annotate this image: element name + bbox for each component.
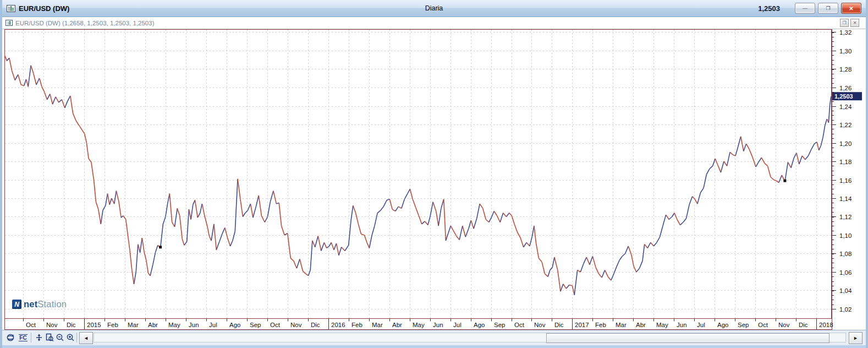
time-axis-label: May xyxy=(656,322,668,328)
time-axis-label: Feb xyxy=(107,322,118,328)
price-axis-label: 1,04 xyxy=(839,287,852,294)
zoom-out-button[interactable] xyxy=(54,332,65,343)
price-axis-label: 1,28 xyxy=(839,66,851,73)
time-axis-label: Feb xyxy=(351,322,362,328)
time-axis-label: May xyxy=(168,322,180,328)
plot-frame xyxy=(5,30,832,319)
price-axis-label: 1,10 xyxy=(839,232,851,239)
time-axis-label: Abr xyxy=(392,322,402,328)
time-axis-label: Mar xyxy=(616,322,627,328)
price-chart[interactable]: OctNovDic2015FebMarAbrMayJunJulAgoSepOct… xyxy=(4,29,864,330)
scroll-right-icon: ► xyxy=(853,335,858,341)
chart-restore-button[interactable]: ❐ xyxy=(840,19,849,27)
last-price-tag: 1,2503 xyxy=(832,92,862,100)
logo-station-text: Station xyxy=(37,299,67,309)
price-axis-label: 1,30 xyxy=(839,48,851,55)
period-label: Diaria xyxy=(2,0,866,17)
price-axis-label: 1,20 xyxy=(839,140,851,147)
restore-button[interactable]: ❐ xyxy=(818,3,838,14)
restore-icon: ❐ xyxy=(826,6,830,11)
time-axis-label: Dic xyxy=(311,322,320,328)
minimize-icon: — xyxy=(803,6,807,11)
zoom-page-button[interactable] xyxy=(44,332,55,343)
fit-vertical-icon xyxy=(35,333,43,342)
time-axis-label: Abr xyxy=(636,322,646,328)
price-axis-label: 1,08 xyxy=(839,251,851,257)
time-axis-label: Abr xyxy=(148,322,158,328)
zoom-out-icon xyxy=(56,333,64,342)
time-axis-label: Jul xyxy=(453,322,462,328)
time-axis-label: Sep xyxy=(494,322,505,328)
bottom-toolbar: FC xyxy=(2,330,866,345)
window-bottom-border xyxy=(2,345,866,348)
price-axis-label: 1,12 xyxy=(839,214,851,220)
time-axis-label: Oct xyxy=(514,322,525,328)
price-axis-label: 1,18 xyxy=(839,159,851,165)
fc-icon: FC xyxy=(19,334,27,341)
price-axis-label: 1,16 xyxy=(839,177,851,184)
chart-close-icon: ✕ xyxy=(853,20,857,25)
fit-vertical-scale-button[interactable] xyxy=(34,332,45,343)
close-button[interactable]: ✕ xyxy=(841,3,861,14)
order-marker xyxy=(159,246,162,248)
time-axis-label: Oct xyxy=(270,322,281,328)
time-axis-label: Feb xyxy=(595,322,606,328)
netstation-window: EUR/USD (DW) Diaria 1,2503 — ❐ ✕ EUR/USD… xyxy=(0,0,868,348)
window-title: EUR/USD (DW) xyxy=(19,4,69,13)
time-axis-label: 2016 xyxy=(331,322,345,328)
netstation-badge-icon: N xyxy=(12,300,21,309)
toolbar-separator xyxy=(76,333,77,342)
time-axis-label: Oct xyxy=(758,322,768,328)
time-axis-label: Dic xyxy=(554,322,564,328)
time-axis-label: Sep xyxy=(250,322,261,328)
time-axis-label: Ago xyxy=(229,322,240,328)
price-axis: 1,321,301,281,261,241,221,201,181,161,14… xyxy=(832,29,852,313)
chart-scrollbar-track[interactable] xyxy=(94,333,846,342)
price-axis-label: 1,32 xyxy=(839,29,851,36)
chart-scrollbar-thumb[interactable] xyxy=(546,333,829,343)
scroll-left-button[interactable]: ◄ xyxy=(79,332,93,344)
order-marker xyxy=(783,180,786,182)
svg-text:1,2503: 1,2503 xyxy=(834,93,853,100)
time-axis-label: Nov xyxy=(778,322,790,328)
time-axis-label: Dic xyxy=(67,322,76,328)
time-axis-label: Nov xyxy=(46,322,58,328)
price-axis-label: 1,26 xyxy=(839,85,851,91)
connection-refresh-button[interactable] xyxy=(5,332,16,343)
price-axis-label: 1,24 xyxy=(839,104,852,110)
chart-restore-icon: ❐ xyxy=(842,20,846,25)
zoom-in-button[interactable] xyxy=(65,332,76,343)
price-axis-label: 1,14 xyxy=(839,195,852,202)
window-titlebar: EUR/USD (DW) Diaria 1,2503 — ❐ ✕ xyxy=(2,0,866,17)
time-axis-label: Oct xyxy=(26,322,36,328)
price-axis-label: 1,02 xyxy=(839,306,851,313)
time-axis-label: Nov xyxy=(290,322,302,328)
time-axis-label: Jul xyxy=(209,322,217,328)
close-icon: ✕ xyxy=(849,6,853,12)
time-axis-label: Ago xyxy=(474,322,485,328)
logo-net-text: net xyxy=(24,299,37,309)
time-axis-label: Jun xyxy=(189,322,199,328)
chart-header: EUR/USD (DW) (1,2658, 1,2503, 1,2503, 1,… xyxy=(2,17,866,29)
time-axis-label: Jun xyxy=(677,322,687,328)
titlebar-last-price: 1,2503 xyxy=(758,4,780,13)
refresh-globe-icon xyxy=(6,333,15,342)
time-axis: OctNovDic2015FebMarAbrMayJunJulAgoSepOct… xyxy=(24,319,833,329)
time-axis-label: 2017 xyxy=(575,322,589,328)
price-axis-label: 1,22 xyxy=(839,122,851,128)
chart-close-button[interactable]: ✕ xyxy=(850,19,859,27)
chart-mini-icon xyxy=(6,20,13,26)
time-axis-label: Nov xyxy=(534,322,546,328)
fc-mode-button[interactable]: FC xyxy=(18,332,29,343)
chart-area: OctNovDic2015FebMarAbrMayJunJulAgoSepOct… xyxy=(2,29,866,330)
page-zoom-icon xyxy=(45,333,54,342)
price-axis-label: 1,06 xyxy=(839,269,851,276)
time-axis-label: Dic xyxy=(799,322,808,328)
time-axis-label: Mar xyxy=(372,322,383,328)
minimize-button[interactable]: — xyxy=(795,3,815,14)
chart-window-icon xyxy=(7,5,15,12)
scroll-left-icon: ◄ xyxy=(84,335,89,341)
toolbar-separator xyxy=(31,333,31,342)
scroll-right-button[interactable]: ► xyxy=(849,332,862,344)
time-axis-label: Sep xyxy=(738,322,749,328)
